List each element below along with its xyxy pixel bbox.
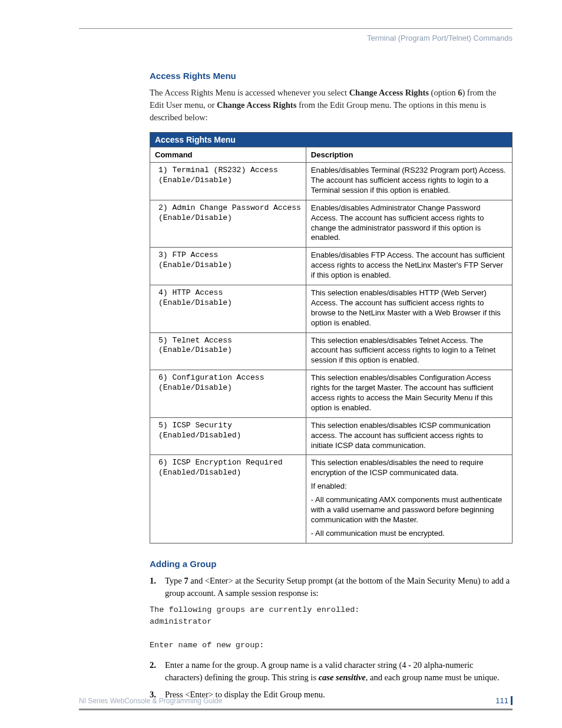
description-paragraph: This selection enables/disables HTTP (We… — [311, 288, 507, 328]
intro-bold-1: Change Access Rights — [349, 88, 429, 97]
command-cell: 2) Admin Change Password Access (Enable/… — [150, 200, 306, 248]
description-paragraph: This selection enables/disables Configur… — [311, 373, 507, 413]
step1-a: Type — [165, 576, 184, 585]
section-heading-access-rights: Access Rights Menu — [150, 71, 513, 81]
command-cell: 5) ICSP Security (Enabled/Disabled) — [150, 417, 306, 455]
table-col-command: Command — [150, 147, 306, 163]
table-title: Access Rights Menu — [150, 133, 513, 147]
table-header-row: Command Description — [150, 147, 513, 163]
description-paragraph: This selection enables/disables Telnet A… — [311, 336, 507, 366]
step-1-text: Type 7 and <Enter> at the Security Setup… — [165, 575, 513, 599]
description-paragraph: - All communication must be encrypted. — [311, 529, 507, 539]
table-row: 6) Configuration Access (Enable/Disable)… — [150, 370, 513, 418]
step-1: 1. Type 7 and <Enter> at the Security Se… — [150, 575, 513, 599]
step-2: 2. Enter a name for the group. A group n… — [150, 659, 513, 684]
intro-bold-3: Change Access Rights — [217, 100, 296, 110]
command-cell: 6) Configuration Access (Enable/Disable) — [150, 370, 306, 418]
intro-text-1: The Access Rights Menu is accessed whene… — [150, 88, 349, 97]
table-row: 1) Terminal (RS232) Access (Enable/Disab… — [150, 163, 513, 200]
footer-guide-title: NI Series WebConsole & Programming Guide — [79, 697, 222, 705]
main-content: Access Rights Menu The Access Rights Men… — [150, 71, 513, 701]
step-num-1: 1. — [150, 575, 165, 599]
command-cell: 1) Terminal (RS232) Access (Enable/Disab… — [150, 163, 306, 200]
description-cell: Enables/disables Administrator Change Pa… — [306, 200, 512, 248]
intro-paragraph: The Access Rights Menu is accessed whene… — [150, 87, 513, 124]
description-cell: This selection enables/disables HTTP (We… — [306, 285, 512, 332]
description-cell: This selection enables/disables Configur… — [306, 370, 512, 418]
header-breadcrumb: Terminal (Program Port/Telnet) Commands — [79, 34, 513, 42]
description-cell: This selection enables/disables ICSP com… — [306, 417, 512, 455]
description-cell: This selection enables/disables Telnet A… — [306, 332, 512, 370]
step2-c: , and each group name must be unique. — [366, 673, 500, 682]
step1-c: and <Enter> at the Security Setup prompt… — [165, 576, 510, 598]
description-cell: Enables/disables FTP Access. The account… — [306, 248, 512, 285]
page-number: 111 — [495, 696, 513, 705]
table-title-row: Access Rights Menu — [150, 133, 513, 147]
description-paragraph: Enables/disables FTP Access. The account… — [311, 251, 507, 281]
command-cell: 3) FTP Access (Enable/Disable) — [150, 248, 306, 285]
description-paragraph: Enables/disables Terminal (RS232 Program… — [311, 166, 507, 196]
section-heading-adding-group: Adding a Group — [150, 559, 513, 569]
description-paragraph: If enabled: — [311, 482, 507, 492]
table-row: 2) Admin Change Password Access (Enable/… — [150, 200, 513, 248]
description-cell: This selection enables/disables the need… — [306, 455, 512, 543]
header-rule — [79, 28, 513, 29]
intro-text-2: (option — [429, 88, 458, 97]
description-paragraph: - All communicating AMX components must … — [311, 495, 507, 525]
access-rights-table: Access Rights Menu Command Description 1… — [150, 132, 513, 543]
table-col-description: Description — [306, 147, 512, 163]
footer: NI Series WebConsole & Programming Guide… — [79, 696, 513, 710]
description-paragraph: This selection enables/disables ICSP com… — [311, 421, 507, 451]
step-num-2: 2. — [150, 659, 165, 684]
step1-b: 7 — [184, 576, 188, 585]
table-row: 5) ICSP Security (Enabled/Disabled)This … — [150, 417, 513, 455]
command-cell: 5) Telnet Access (Enable/Disable) — [150, 332, 306, 370]
table-row: 3) FTP Access (Enable/Disable)Enables/di… — [150, 248, 513, 285]
table-row: 6) ICSP Encryption Required (Enabled/Dis… — [150, 455, 513, 543]
table-row: 5) Telnet Access (Enable/Disable)This se… — [150, 332, 513, 370]
code-sample: The following groups are currently enrol… — [150, 604, 513, 652]
description-cell: Enables/disables Terminal (RS232 Program… — [306, 163, 512, 200]
step-2-text: Enter a name for the group. A group name… — [165, 659, 513, 684]
description-paragraph: This selection enables/disables the need… — [311, 458, 507, 478]
footer-rule — [79, 709, 513, 710]
command-cell: 6) ICSP Encryption Required (Enabled/Dis… — [150, 455, 306, 543]
command-cell: 4) HTTP Access (Enable/Disable) — [150, 285, 306, 332]
step2-b: case sensitive — [319, 673, 366, 682]
description-paragraph: Enables/disables Administrator Change Pa… — [311, 203, 507, 243]
table-row: 4) HTTP Access (Enable/Disable)This sele… — [150, 285, 513, 332]
